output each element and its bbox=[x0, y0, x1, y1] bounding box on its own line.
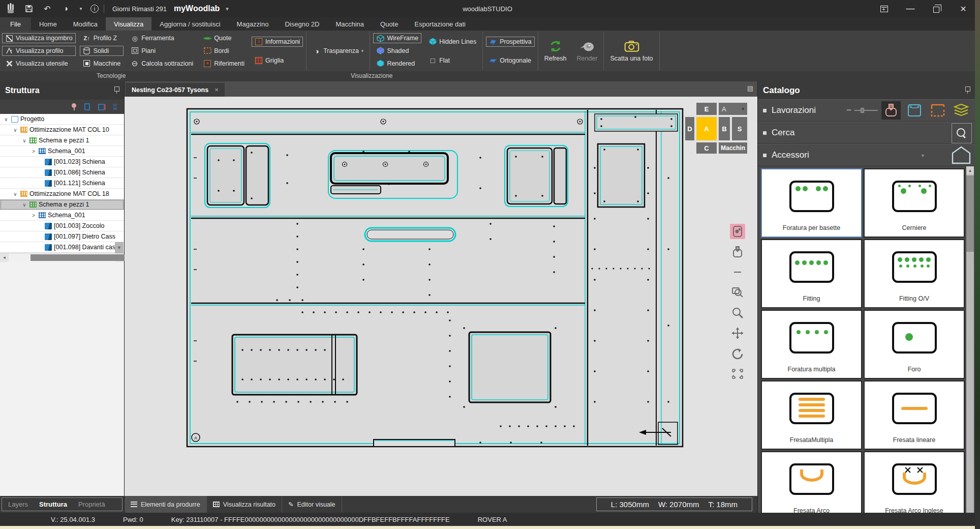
section-accessori[interactable]: Accessori ▾ bbox=[758, 144, 975, 166]
minimize-button[interactable]: — bbox=[906, 4, 915, 13]
view-dropdown-a[interactable]: A▾ bbox=[719, 103, 747, 115]
rendered-button[interactable]: Rendered bbox=[373, 58, 421, 69]
dock-window-button[interactable] bbox=[879, 4, 889, 13]
scatta-foto-button[interactable]: Scatta una foto bbox=[605, 31, 658, 71]
visualizza-utensile-button[interactable]: Visualizza utensile bbox=[2, 58, 76, 69]
rotate-icon[interactable] bbox=[730, 346, 745, 361]
expander-icon[interactable]: ∨ bbox=[3, 116, 9, 122]
card-foratura-per-basette[interactable]: Foratura per basette bbox=[761, 168, 862, 238]
tree-item-davanti-cass[interactable]: [001.098] Davanti cass bbox=[0, 242, 124, 253]
section-cerca[interactable]: Cerca bbox=[758, 122, 975, 144]
view-button-d[interactable]: D bbox=[685, 117, 694, 140]
tab-stack-icon[interactable]: ▤ bbox=[747, 84, 753, 92]
tab-struttura[interactable]: Struttura bbox=[39, 501, 67, 508]
visualizza-profilo-button[interactable]: Visualizza profilo bbox=[2, 46, 76, 56]
solidi-button[interactable]: Solidi bbox=[80, 46, 124, 56]
tree-item-schema-001b[interactable]: >Schema_001 bbox=[0, 210, 124, 221]
view-button-macchina[interactable]: Macchin bbox=[719, 142, 747, 154]
document-tab[interactable]: Nesting Co23-057 Tysons × bbox=[126, 83, 225, 97]
tree-horizontal-scrollbar[interactable]: ◂ ▸ bbox=[0, 253, 124, 261]
tab-close-icon[interactable]: × bbox=[215, 86, 219, 94]
profilo-z-button[interactable]: Z↑Profilo Z bbox=[80, 33, 124, 43]
expander-icon[interactable]: > bbox=[30, 149, 37, 154]
view-button-c[interactable]: C bbox=[696, 142, 717, 154]
panel-holes-tool-icon[interactable] bbox=[730, 224, 745, 239]
machine-category-icon[interactable] bbox=[905, 101, 924, 120]
border-category-icon[interactable] bbox=[928, 101, 947, 120]
ferramenta-button[interactable]: ◎Ferramenta bbox=[128, 33, 196, 43]
tree-item-ottimizzazione-10[interactable]: ∨Ottimizzazione MAT COL 10 bbox=[0, 125, 124, 135]
search-button[interactable] bbox=[952, 123, 972, 143]
expander-icon[interactable]: > bbox=[30, 213, 37, 218]
expander-icon[interactable]: ∨ bbox=[12, 191, 18, 197]
tree-item-schiena-121[interactable]: [001.121] Schiena bbox=[0, 178, 124, 189]
visualizza-ingombro-button[interactable]: Visualizza ingombro bbox=[2, 33, 76, 43]
hidden-lines-button[interactable]: Hidden Lines bbox=[425, 37, 479, 47]
card-foro[interactable]: Foro bbox=[864, 310, 965, 379]
menu-aggiorna[interactable]: Aggiorna / sostituisci bbox=[151, 17, 228, 31]
menu-disegno2d[interactable]: Disegno 2D bbox=[277, 17, 327, 31]
informazioni-button[interactable]: iInformazioni bbox=[252, 37, 303, 47]
scroll-thumb[interactable] bbox=[966, 175, 974, 252]
menu-esportazione[interactable]: Esportazione dati bbox=[406, 17, 473, 31]
calcola-sottrazioni-button[interactable]: ⊖Calcola sottrazioni bbox=[128, 58, 196, 69]
tree-scroll-down-button[interactable]: ▼ bbox=[115, 242, 124, 253]
info-icon[interactable]: i bbox=[90, 5, 99, 13]
expander-icon[interactable]: ∨ bbox=[12, 127, 18, 133]
card-foratura-multipla[interactable]: Foratura multipla bbox=[761, 310, 862, 379]
tab-layers[interactable]: Layers bbox=[8, 501, 28, 508]
save-icon[interactable] bbox=[23, 3, 35, 14]
house-icon[interactable] bbox=[952, 146, 971, 164]
cad-viewport[interactable]: A E A▾ D A B S C Macchin bbox=[125, 97, 757, 496]
ortogonale-button[interactable]: Ortogonale bbox=[486, 55, 535, 66]
trasparenza-button[interactable]: ◑Trasparenza▾ bbox=[310, 46, 366, 56]
tree-item-schema-pezzi-1-selected[interactable]: ∨Schema e pezzi 1 bbox=[0, 199, 124, 210]
shaded-button[interactable]: Shaded bbox=[373, 46, 421, 56]
sort-order-icon[interactable]: 1234 bbox=[113, 103, 117, 110]
view-button-b[interactable]: B bbox=[719, 117, 730, 140]
fit-expand-icon[interactable] bbox=[730, 366, 745, 381]
menu-modifica[interactable]: Modifica bbox=[65, 17, 106, 31]
zoom-icon[interactable] bbox=[730, 305, 745, 320]
flat-button[interactable]: □Flat bbox=[425, 55, 479, 66]
close-button[interactable]: × bbox=[959, 4, 968, 13]
undo-icon[interactable]: ↶ bbox=[42, 3, 53, 14]
chevron-down-icon[interactable]: ▾ bbox=[922, 153, 924, 158]
contrast-caret-icon[interactable]: ▾ bbox=[78, 3, 83, 14]
locate-pin-icon[interactable] bbox=[72, 103, 76, 110]
copy-page-icon[interactable] bbox=[84, 103, 90, 110]
card-fitting-ov[interactable]: Fitting O/V bbox=[864, 239, 965, 308]
scroll-left-icon[interactable]: ◂ bbox=[0, 253, 9, 262]
drill-tool-icon[interactable] bbox=[730, 244, 745, 259]
card-fitting[interactable]: Fitting bbox=[761, 239, 862, 308]
slider-thumb[interactable] bbox=[861, 108, 864, 113]
card-cerniere[interactable]: Cerniere bbox=[864, 168, 965, 238]
icon-size-slider[interactable]: − + bbox=[846, 105, 886, 115]
tree-item-schema-001[interactable]: >Schema_001 bbox=[0, 146, 124, 157]
section-lavorazioni[interactable]: Lavorazioni − + bbox=[758, 99, 975, 122]
home-view-icon[interactable] bbox=[730, 387, 745, 402]
zoom-window-icon[interactable] bbox=[730, 285, 745, 300]
expander-icon[interactable]: ∨ bbox=[21, 138, 27, 143]
scroll-up-icon[interactable]: ▲ bbox=[966, 166, 974, 174]
menu-macchina[interactable]: Macchina bbox=[327, 17, 372, 31]
wireframe-button[interactable]: WireFrame bbox=[373, 33, 421, 43]
view-button-e[interactable]: E bbox=[696, 103, 717, 115]
card-fresata-arco-inglese[interactable]: Fresata Arco Inglese bbox=[864, 451, 965, 513]
prospettiva-button[interactable]: Prospettiva bbox=[486, 37, 535, 47]
view-button-s[interactable]: S bbox=[732, 117, 747, 140]
tab-visualizza-risultato[interactable]: Visualizza risultato bbox=[207, 496, 282, 513]
menu-quote[interactable]: Quote bbox=[372, 17, 406, 31]
tab-proprieta[interactable]: Proprietà bbox=[78, 501, 105, 508]
drill-category-icon[interactable] bbox=[881, 101, 901, 120]
tree-item-schiena-023[interactable]: [001.023] Schiena bbox=[0, 157, 124, 167]
riferimenti-button[interactable]: ▼Riferimenti bbox=[200, 58, 248, 69]
pan-move-icon[interactable] bbox=[730, 326, 745, 341]
piani-button[interactable]: Piani bbox=[128, 46, 196, 56]
restore-button[interactable] bbox=[932, 4, 941, 13]
tab-elementi-da-produrre[interactable]: Elementi da produrre bbox=[125, 496, 207, 513]
catalog-scrollbar[interactable]: ▲ bbox=[966, 166, 974, 513]
menu-visualizza[interactable]: Visualizza bbox=[106, 17, 151, 31]
pin-icon[interactable] bbox=[965, 86, 970, 94]
menu-home[interactable]: Home bbox=[31, 17, 65, 31]
